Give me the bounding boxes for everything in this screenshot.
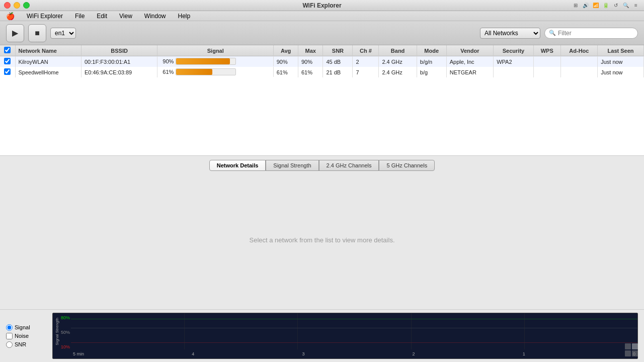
row-ch: 7	[353, 67, 379, 77]
signal-radio[interactable]	[6, 324, 13, 331]
window-title: WiFi Explorer	[302, 2, 341, 9]
menu-file[interactable]: File	[73, 13, 87, 20]
graph-y-label-10: 10%	[61, 344, 70, 349]
graph-x-label-3: 3	[302, 351, 304, 356]
col-security[interactable]: Security	[494, 45, 534, 56]
signal-bar	[176, 58, 229, 64]
signal-label: Signal	[15, 324, 30, 330]
snr-label: SNR	[15, 341, 26, 347]
select-all-checkbox[interactable]	[4, 47, 11, 53]
row-name: KilroyWLAN	[15, 56, 81, 67]
menu-wifi-explorer[interactable]: WiFi Explorer	[25, 13, 65, 20]
row-vendor: NETGEAR	[446, 67, 493, 77]
col-max[interactable]: Max	[298, 45, 323, 56]
signal-graph: Signal Strength 80% 50% 10% 5 min	[52, 313, 638, 359]
apple-menu[interactable]: 🍎	[4, 12, 17, 20]
svg-rect-2	[625, 343, 631, 349]
tab-content: Select a network from the list to view m…	[0, 171, 644, 309]
title-icon-4: 🔋	[602, 2, 610, 10]
menu-view[interactable]: View	[117, 13, 134, 20]
title-icon-2: 🔊	[582, 2, 590, 10]
graph-x-label-4: 4	[192, 351, 194, 356]
row-signal: 61%	[157, 67, 273, 77]
tab-5ghz[interactable]: 5 GHz Channels	[379, 160, 435, 171]
menu-help[interactable]: Help	[176, 13, 193, 20]
col-ch[interactable]: Ch #	[353, 45, 379, 56]
noise-checkbox[interactable]	[6, 333, 13, 339]
row-vendor: Apple, Inc	[446, 56, 493, 67]
row-ch: 2	[353, 56, 379, 67]
tab-bar: Network Details Signal Strength 2.4 GHz …	[0, 156, 644, 171]
title-bar-right: ⊞ 🔊 📶 🔋 ↺ 🔍 ≡	[572, 2, 640, 10]
title-icon-3: 📶	[592, 2, 600, 10]
col-bssid[interactable]: BSSID	[81, 45, 157, 56]
row-mode: b/g	[417, 67, 446, 77]
row-security	[494, 67, 534, 77]
menu-bar: 🍎 WiFi Explorer File Edit View Window He…	[0, 11, 644, 21]
row-band: 2.4 GHz	[379, 56, 417, 67]
noise-radio-label[interactable]: Noise	[6, 333, 46, 339]
col-vendor[interactable]: Vendor	[446, 45, 493, 56]
interface-dropdown[interactable]: en1	[50, 28, 76, 39]
grid-line-10	[71, 342, 637, 343]
svg-rect-1	[632, 350, 638, 356]
snr-radio[interactable]	[6, 341, 13, 348]
row-band: 2.4 GHz	[379, 67, 417, 77]
bottom-right-decoration	[625, 343, 639, 359]
search-box: 🔍	[544, 28, 638, 39]
title-icon-1: ⊞	[572, 2, 580, 10]
signal-bar-container	[176, 58, 236, 65]
signal-radio-label[interactable]: Signal	[6, 324, 46, 331]
tab-2-4ghz[interactable]: 2.4 GHz Channels	[319, 160, 379, 171]
title-bar: WiFi Explorer ⊞ 🔊 📶 🔋 ↺ 🔍 ≡	[0, 0, 644, 11]
vgrid-4	[524, 313, 525, 349]
vgrid-1	[184, 313, 185, 349]
col-signal[interactable]: Signal	[157, 45, 274, 56]
table-row[interactable]: KilroyWLAN 00:1F:F3:00:01:A1 90% 90% 90%…	[0, 56, 644, 67]
row-snr: 21 dB	[323, 67, 353, 77]
snr-radio-label[interactable]: SNR	[6, 341, 46, 348]
minimize-button[interactable]	[14, 2, 20, 9]
main-content: Network Name BSSID Signal Avg Max SNR Ch…	[0, 45, 644, 362]
svg-rect-0	[625, 350, 631, 356]
col-adhoc[interactable]: Ad-Hoc	[560, 45, 598, 56]
interface-selector[interactable]: en1	[50, 28, 76, 39]
toolbar: ▶ ■ en1 All Networks 🔍	[0, 21, 644, 45]
row-last-seen: Just now	[598, 56, 644, 67]
col-wps[interactable]: WPS	[533, 45, 560, 56]
network-filter-dropdown[interactable]: All Networks	[480, 28, 540, 39]
col-snr[interactable]: SNR	[323, 45, 353, 56]
graph-controls: Signal Noise SNR	[6, 313, 46, 359]
menu-edit[interactable]: Edit	[95, 13, 109, 20]
network-filter-area: All Networks 🔍	[480, 28, 638, 39]
maximize-button[interactable]	[23, 2, 30, 9]
play-button[interactable]: ▶	[6, 24, 24, 42]
row-avg: 61%	[274, 67, 298, 77]
col-mode[interactable]: Mode	[417, 45, 446, 56]
row-checkbox[interactable]	[4, 58, 11, 64]
grid-line-80	[71, 319, 637, 319]
close-button[interactable]	[4, 2, 11, 9]
col-avg[interactable]: Avg	[274, 45, 298, 56]
svg-rect-3	[632, 343, 638, 349]
network-table: Network Name BSSID Signal Avg Max SNR Ch…	[0, 45, 644, 77]
col-network-name[interactable]: Network Name	[15, 45, 81, 56]
stop-button[interactable]: ■	[28, 24, 46, 42]
row-checkbox[interactable]	[4, 68, 11, 75]
play-icon: ▶	[12, 28, 18, 38]
title-icon-5: ↺	[612, 2, 620, 10]
table-row[interactable]: SpeedwellHome E0:46:9A:CE:03:89 61% 61% …	[0, 67, 644, 77]
table-header-row: Network Name BSSID Signal Avg Max SNR Ch…	[0, 45, 644, 56]
tab-network-details[interactable]: Network Details	[209, 160, 266, 171]
col-band[interactable]: Band	[379, 45, 417, 56]
graph-y-axis-label: Signal Strength	[55, 318, 59, 345]
row-avg: 90%	[274, 56, 298, 67]
search-input[interactable]	[558, 30, 633, 37]
row-adhoc	[560, 56, 598, 67]
row-checkbox-cell	[0, 67, 15, 77]
graph-x-label-5min: 5 min	[73, 351, 84, 356]
col-last-seen[interactable]: Last Seen	[598, 45, 644, 56]
tab-signal-strength[interactable]: Signal Strength	[266, 160, 318, 171]
traffic-lights	[4, 2, 30, 9]
menu-window[interactable]: Window	[142, 13, 168, 20]
